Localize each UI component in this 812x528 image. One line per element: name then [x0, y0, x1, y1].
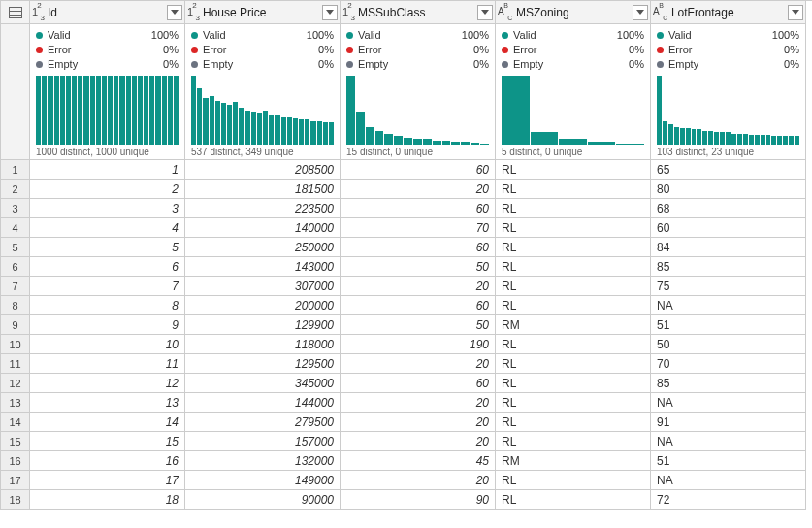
table-cell[interactable]: 129500 — [185, 354, 341, 374]
table-cell[interactable]: 190 — [341, 335, 496, 354]
row-number[interactable]: 18 — [1, 490, 30, 510]
row-number[interactable]: 6 — [1, 257, 30, 277]
table-cell[interactable]: RL — [496, 471, 651, 490]
table-cell[interactable]: 149000 — [185, 471, 341, 490]
table-cell[interactable]: 12 — [30, 374, 185, 393]
column-header[interactable]: 123MSSubClass — [341, 1, 496, 24]
table-cell[interactable]: 20 — [341, 471, 496, 490]
table-cell[interactable]: 223500 — [185, 199, 341, 218]
table-cell[interactable]: 5 — [30, 238, 185, 257]
table-cell[interactable]: 143000 — [185, 257, 341, 277]
table-cell[interactable]: 140000 — [185, 218, 341, 238]
table-cell[interactable]: 3 — [30, 199, 185, 218]
table-cell[interactable]: 250000 — [185, 238, 341, 257]
table-cell[interactable]: RL — [496, 354, 651, 374]
column-header[interactable]: ABCMSZoning — [496, 1, 651, 24]
table-cell[interactable]: 11 — [30, 354, 185, 374]
row-number[interactable]: 14 — [1, 412, 30, 432]
table-cell[interactable]: RL — [496, 257, 651, 277]
table-cell[interactable]: RL — [496, 180, 651, 199]
table-cell[interactable]: 50 — [651, 335, 806, 354]
table-cell[interactable]: 2 — [30, 180, 185, 199]
table-cell[interactable]: RL — [496, 374, 651, 393]
table-cell[interactable]: NA — [651, 296, 806, 315]
table-cell[interactable]: 1 — [30, 160, 185, 180]
table-cell[interactable]: 80 — [651, 180, 806, 199]
row-number[interactable]: 9 — [1, 315, 30, 335]
table-cell[interactable]: NA — [651, 432, 806, 451]
table-cell[interactable]: 60 — [341, 160, 496, 180]
table-cell[interactable]: RL — [496, 199, 651, 218]
row-number[interactable]: 10 — [1, 335, 30, 354]
table-cell[interactable]: RL — [496, 393, 651, 412]
row-number[interactable]: 17 — [1, 471, 30, 490]
table-cell[interactable]: 68 — [651, 199, 806, 218]
table-cell[interactable]: 84 — [651, 238, 806, 257]
table-cell[interactable]: 14 — [30, 412, 185, 432]
column-header[interactable]: 123House Price — [185, 1, 341, 24]
table-cell[interactable]: 50 — [341, 257, 496, 277]
table-corner[interactable] — [1, 1, 30, 24]
table-cell[interactable]: RM — [496, 451, 651, 471]
row-number[interactable]: 3 — [1, 199, 30, 218]
table-cell[interactable]: RM — [496, 315, 651, 335]
row-number[interactable]: 8 — [1, 296, 30, 315]
row-number[interactable]: 15 — [1, 432, 30, 451]
table-cell[interactable]: RL — [496, 412, 651, 432]
table-cell[interactable]: 181500 — [185, 180, 341, 199]
table-cell[interactable]: 200000 — [185, 296, 341, 315]
table-cell[interactable]: 51 — [651, 315, 806, 335]
filter-button[interactable] — [322, 5, 338, 20]
table-cell[interactable]: 9 — [30, 315, 185, 335]
table-cell[interactable]: 75 — [651, 277, 806, 296]
row-number[interactable]: 7 — [1, 277, 30, 296]
table-cell[interactable]: NA — [651, 393, 806, 412]
table-cell[interactable]: 118000 — [185, 335, 341, 354]
table-cell[interactable]: 60 — [651, 218, 806, 238]
row-number[interactable]: 4 — [1, 218, 30, 238]
table-cell[interactable]: 20 — [341, 277, 496, 296]
table-cell[interactable]: RL — [496, 432, 651, 451]
table-cell[interactable]: 8 — [30, 296, 185, 315]
table-cell[interactable]: 91 — [651, 412, 806, 432]
table-cell[interactable]: 7 — [30, 277, 185, 296]
table-cell[interactable]: 10 — [30, 335, 185, 354]
table-cell[interactable]: 85 — [651, 374, 806, 393]
filter-button[interactable] — [477, 5, 493, 20]
table-cell[interactable]: RL — [496, 490, 651, 510]
table-cell[interactable]: RL — [496, 218, 651, 238]
column-header[interactable]: 123Id — [30, 1, 185, 24]
table-cell[interactable]: 70 — [651, 354, 806, 374]
table-cell[interactable]: 20 — [341, 412, 496, 432]
table-cell[interactable]: 6 — [30, 257, 185, 277]
table-cell[interactable]: 157000 — [185, 432, 341, 451]
row-number[interactable]: 5 — [1, 238, 30, 257]
table-cell[interactable]: 90 — [341, 490, 496, 510]
row-number[interactable]: 12 — [1, 374, 30, 393]
table-cell[interactable]: 20 — [341, 432, 496, 451]
table-cell[interactable]: 15 — [30, 432, 185, 451]
table-cell[interactable]: 17 — [30, 471, 185, 490]
column-header[interactable]: ABCLotFrontage — [651, 1, 806, 24]
table-cell[interactable]: 72 — [651, 490, 806, 510]
row-number[interactable]: 1 — [1, 160, 30, 180]
table-cell[interactable]: 70 — [341, 218, 496, 238]
table-cell[interactable]: 60 — [341, 199, 496, 218]
table-cell[interactable]: 345000 — [185, 374, 341, 393]
table-cell[interactable]: RL — [496, 277, 651, 296]
table-cell[interactable]: 20 — [341, 354, 496, 374]
table-cell[interactable]: 279500 — [185, 412, 341, 432]
table-cell[interactable]: RL — [496, 238, 651, 257]
table-cell[interactable]: 144000 — [185, 393, 341, 412]
row-number[interactable]: 13 — [1, 393, 30, 412]
table-cell[interactable]: 90000 — [185, 490, 341, 510]
filter-button[interactable] — [167, 5, 182, 20]
table-cell[interactable]: 132000 — [185, 451, 341, 471]
table-cell[interactable]: 20 — [341, 393, 496, 412]
table-cell[interactable]: RL — [496, 296, 651, 315]
table-cell[interactable]: 60 — [341, 374, 496, 393]
table-cell[interactable]: NA — [651, 471, 806, 490]
filter-button[interactable] — [788, 5, 803, 20]
table-cell[interactable]: 45 — [341, 451, 496, 471]
table-cell[interactable]: 60 — [341, 296, 496, 315]
